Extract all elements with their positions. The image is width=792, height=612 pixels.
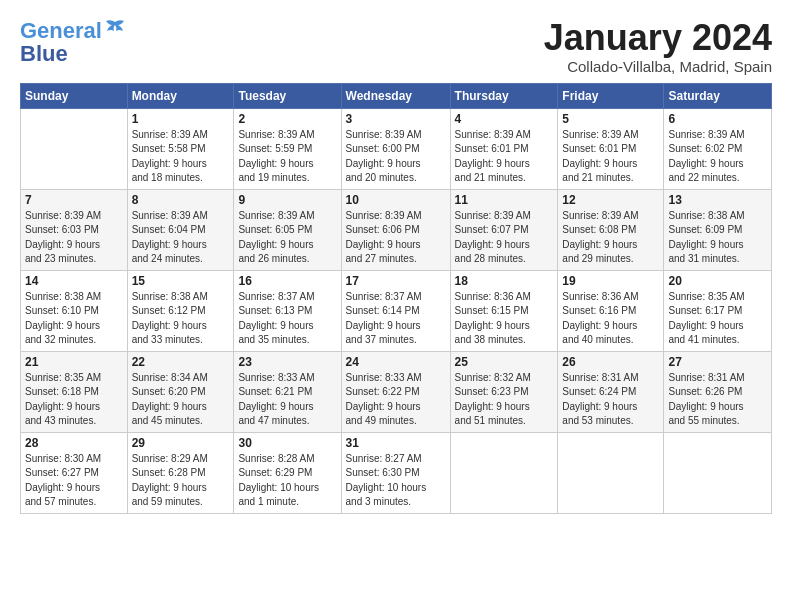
day-number: 13 xyxy=(668,193,767,207)
calendar-cell: 2Sunrise: 8:39 AM Sunset: 5:59 PM Daylig… xyxy=(234,108,341,189)
day-info: Sunrise: 8:39 AM Sunset: 6:06 PM Dayligh… xyxy=(346,209,446,267)
day-info: Sunrise: 8:34 AM Sunset: 6:20 PM Dayligh… xyxy=(132,371,230,429)
day-number: 24 xyxy=(346,355,446,369)
day-number: 17 xyxy=(346,274,446,288)
calendar-week-row: 21Sunrise: 8:35 AM Sunset: 6:18 PM Dayli… xyxy=(21,351,772,432)
calendar-cell xyxy=(664,432,772,513)
logo: General Blue xyxy=(20,18,126,64)
calendar-cell: 10Sunrise: 8:39 AM Sunset: 6:06 PM Dayli… xyxy=(341,189,450,270)
day-number: 12 xyxy=(562,193,659,207)
calendar-cell: 25Sunrise: 8:32 AM Sunset: 6:23 PM Dayli… xyxy=(450,351,558,432)
calendar-header-row: SundayMondayTuesdayWednesdayThursdayFrid… xyxy=(21,83,772,108)
day-number: 22 xyxy=(132,355,230,369)
calendar-cell: 1Sunrise: 8:39 AM Sunset: 5:58 PM Daylig… xyxy=(127,108,234,189)
day-info: Sunrise: 8:29 AM Sunset: 6:28 PM Dayligh… xyxy=(132,452,230,510)
day-info: Sunrise: 8:38 AM Sunset: 6:10 PM Dayligh… xyxy=(25,290,123,348)
calendar-cell xyxy=(558,432,664,513)
day-info: Sunrise: 8:37 AM Sunset: 6:13 PM Dayligh… xyxy=(238,290,336,348)
weekday-header: Monday xyxy=(127,83,234,108)
day-number: 10 xyxy=(346,193,446,207)
title-block: January 2024 Collado-Villalba, Madrid, S… xyxy=(544,18,772,75)
calendar-cell xyxy=(21,108,128,189)
header: General Blue January 2024 Collado-Villal… xyxy=(20,18,772,75)
day-info: Sunrise: 8:39 AM Sunset: 6:07 PM Dayligh… xyxy=(455,209,554,267)
day-number: 26 xyxy=(562,355,659,369)
day-number: 21 xyxy=(25,355,123,369)
calendar-cell: 12Sunrise: 8:39 AM Sunset: 6:08 PM Dayli… xyxy=(558,189,664,270)
day-info: Sunrise: 8:39 AM Sunset: 6:08 PM Dayligh… xyxy=(562,209,659,267)
calendar-cell: 15Sunrise: 8:38 AM Sunset: 6:12 PM Dayli… xyxy=(127,270,234,351)
day-info: Sunrise: 8:39 AM Sunset: 5:59 PM Dayligh… xyxy=(238,128,336,186)
day-number: 9 xyxy=(238,193,336,207)
day-info: Sunrise: 8:39 AM Sunset: 6:01 PM Dayligh… xyxy=(562,128,659,186)
day-number: 29 xyxy=(132,436,230,450)
calendar-cell: 5Sunrise: 8:39 AM Sunset: 6:01 PM Daylig… xyxy=(558,108,664,189)
calendar-cell: 14Sunrise: 8:38 AM Sunset: 6:10 PM Dayli… xyxy=(21,270,128,351)
calendar-week-row: 28Sunrise: 8:30 AM Sunset: 6:27 PM Dayli… xyxy=(21,432,772,513)
logo-text: General xyxy=(20,20,102,42)
calendar-cell: 28Sunrise: 8:30 AM Sunset: 6:27 PM Dayli… xyxy=(21,432,128,513)
calendar-cell: 11Sunrise: 8:39 AM Sunset: 6:07 PM Dayli… xyxy=(450,189,558,270)
day-info: Sunrise: 8:39 AM Sunset: 5:58 PM Dayligh… xyxy=(132,128,230,186)
calendar-cell: 31Sunrise: 8:27 AM Sunset: 6:30 PM Dayli… xyxy=(341,432,450,513)
weekday-header: Wednesday xyxy=(341,83,450,108)
calendar-cell: 21Sunrise: 8:35 AM Sunset: 6:18 PM Dayli… xyxy=(21,351,128,432)
day-info: Sunrise: 8:35 AM Sunset: 6:17 PM Dayligh… xyxy=(668,290,767,348)
day-info: Sunrise: 8:39 AM Sunset: 6:02 PM Dayligh… xyxy=(668,128,767,186)
calendar-cell: 26Sunrise: 8:31 AM Sunset: 6:24 PM Dayli… xyxy=(558,351,664,432)
day-number: 19 xyxy=(562,274,659,288)
day-info: Sunrise: 8:39 AM Sunset: 6:01 PM Dayligh… xyxy=(455,128,554,186)
day-number: 8 xyxy=(132,193,230,207)
calendar-cell: 27Sunrise: 8:31 AM Sunset: 6:26 PM Dayli… xyxy=(664,351,772,432)
month-title: January 2024 xyxy=(544,18,772,58)
day-info: Sunrise: 8:35 AM Sunset: 6:18 PM Dayligh… xyxy=(25,371,123,429)
day-info: Sunrise: 8:39 AM Sunset: 6:03 PM Dayligh… xyxy=(25,209,123,267)
day-info: Sunrise: 8:37 AM Sunset: 6:14 PM Dayligh… xyxy=(346,290,446,348)
day-number: 28 xyxy=(25,436,123,450)
calendar-cell: 9Sunrise: 8:39 AM Sunset: 6:05 PM Daylig… xyxy=(234,189,341,270)
weekday-header: Friday xyxy=(558,83,664,108)
day-info: Sunrise: 8:30 AM Sunset: 6:27 PM Dayligh… xyxy=(25,452,123,510)
day-number: 4 xyxy=(455,112,554,126)
calendar-cell: 6Sunrise: 8:39 AM Sunset: 6:02 PM Daylig… xyxy=(664,108,772,189)
day-number: 20 xyxy=(668,274,767,288)
logo-line2: Blue xyxy=(20,44,68,64)
weekday-header: Tuesday xyxy=(234,83,341,108)
calendar-week-row: 7Sunrise: 8:39 AM Sunset: 6:03 PM Daylig… xyxy=(21,189,772,270)
day-info: Sunrise: 8:31 AM Sunset: 6:26 PM Dayligh… xyxy=(668,371,767,429)
day-info: Sunrise: 8:39 AM Sunset: 6:00 PM Dayligh… xyxy=(346,128,446,186)
day-number: 5 xyxy=(562,112,659,126)
calendar-cell: 20Sunrise: 8:35 AM Sunset: 6:17 PM Dayli… xyxy=(664,270,772,351)
day-info: Sunrise: 8:36 AM Sunset: 6:16 PM Dayligh… xyxy=(562,290,659,348)
day-number: 16 xyxy=(238,274,336,288)
calendar-cell: 4Sunrise: 8:39 AM Sunset: 6:01 PM Daylig… xyxy=(450,108,558,189)
day-number: 15 xyxy=(132,274,230,288)
day-number: 11 xyxy=(455,193,554,207)
calendar-cell: 29Sunrise: 8:29 AM Sunset: 6:28 PM Dayli… xyxy=(127,432,234,513)
calendar-cell: 23Sunrise: 8:33 AM Sunset: 6:21 PM Dayli… xyxy=(234,351,341,432)
calendar-cell: 3Sunrise: 8:39 AM Sunset: 6:00 PM Daylig… xyxy=(341,108,450,189)
day-number: 7 xyxy=(25,193,123,207)
calendar-cell: 16Sunrise: 8:37 AM Sunset: 6:13 PM Dayli… xyxy=(234,270,341,351)
calendar-cell: 8Sunrise: 8:39 AM Sunset: 6:04 PM Daylig… xyxy=(127,189,234,270)
calendar-cell: 13Sunrise: 8:38 AM Sunset: 6:09 PM Dayli… xyxy=(664,189,772,270)
day-number: 30 xyxy=(238,436,336,450)
calendar-cell: 18Sunrise: 8:36 AM Sunset: 6:15 PM Dayli… xyxy=(450,270,558,351)
calendar-cell: 30Sunrise: 8:28 AM Sunset: 6:29 PM Dayli… xyxy=(234,432,341,513)
day-info: Sunrise: 8:39 AM Sunset: 6:05 PM Dayligh… xyxy=(238,209,336,267)
day-number: 6 xyxy=(668,112,767,126)
calendar-cell: 17Sunrise: 8:37 AM Sunset: 6:14 PM Dayli… xyxy=(341,270,450,351)
bird-icon xyxy=(104,18,126,40)
calendar-week-row: 1Sunrise: 8:39 AM Sunset: 5:58 PM Daylig… xyxy=(21,108,772,189)
day-info: Sunrise: 8:27 AM Sunset: 6:30 PM Dayligh… xyxy=(346,452,446,510)
day-info: Sunrise: 8:36 AM Sunset: 6:15 PM Dayligh… xyxy=(455,290,554,348)
day-number: 3 xyxy=(346,112,446,126)
calendar-cell: 22Sunrise: 8:34 AM Sunset: 6:20 PM Dayli… xyxy=(127,351,234,432)
day-info: Sunrise: 8:28 AM Sunset: 6:29 PM Dayligh… xyxy=(238,452,336,510)
day-number: 31 xyxy=(346,436,446,450)
calendar-cell xyxy=(450,432,558,513)
day-number: 2 xyxy=(238,112,336,126)
day-number: 1 xyxy=(132,112,230,126)
day-number: 14 xyxy=(25,274,123,288)
calendar-week-row: 14Sunrise: 8:38 AM Sunset: 6:10 PM Dayli… xyxy=(21,270,772,351)
